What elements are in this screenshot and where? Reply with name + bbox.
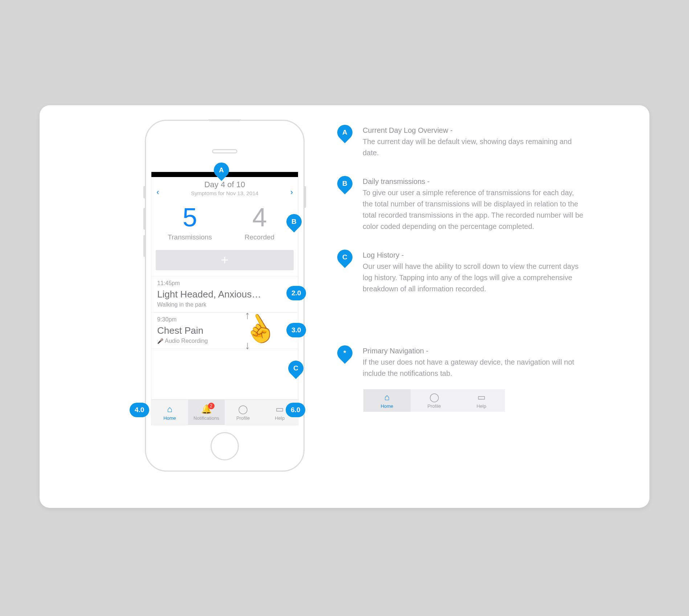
stat-value: 4	[225, 204, 294, 230]
legend-row-c: C Log History - Our user will have the a…	[337, 250, 584, 295]
side-button	[304, 186, 306, 208]
annotation-bubble-20: 2.0	[286, 286, 306, 300]
day-nav-row: ‹ Day 4 of 10 Symptoms for Nov 13, 2014 …	[151, 177, 298, 204]
tab-profile[interactable]: ◯ Profile	[411, 389, 458, 412]
tab-label: Profile	[236, 415, 250, 421]
help-icon: ▭	[276, 404, 284, 414]
tab-profile[interactable]: ◯ Profile	[225, 400, 261, 425]
legend-row-a: A Current Day Log Overview - The current…	[337, 125, 584, 159]
day-subtitle: Symptoms for Nov 13, 2014	[159, 190, 290, 196]
profile-icon: ◯	[429, 392, 439, 402]
legend-title: Daily transmissions -	[363, 177, 429, 185]
annotation-pin-c: C	[334, 246, 355, 268]
prev-day-button[interactable]: ‹	[156, 188, 159, 197]
side-button	[143, 235, 146, 257]
profile-icon: ◯	[238, 404, 248, 414]
phone-screen: ‹ Day 4 of 10 Symptoms for Nov 13, 2014 …	[151, 172, 298, 425]
annotation-legend: A Current Day Log Overview - The current…	[337, 125, 584, 412]
log-title: Chest Pain	[157, 325, 292, 336]
plus-icon: +	[221, 252, 228, 268]
log-sub: Audio Recording	[157, 338, 292, 344]
home-button[interactable]	[211, 432, 239, 460]
legend-body: If the user does not have a gateway devi…	[363, 358, 574, 377]
legend-body: To give our user a simple reference of t…	[363, 189, 583, 230]
annotation-pin-a: A	[334, 122, 355, 143]
log-title: Light Headed, Anxious…	[157, 289, 292, 300]
legend-title: Current Day Log Overview -	[363, 126, 453, 134]
add-log-button[interactable]: +	[156, 250, 294, 270]
tab-help[interactable]: ▭ Help	[458, 389, 505, 412]
tab-home[interactable]: ⌂ Home	[363, 389, 411, 412]
stat-label: Transmissions	[155, 233, 225, 241]
tab-label: Home	[163, 415, 176, 421]
log-item[interactable]: 11:45pm Light Headed, Anxious… Walking i…	[151, 276, 298, 313]
stat-label: Recorded	[225, 233, 294, 241]
tab-label: Home	[381, 403, 394, 409]
scroll-arrow-down-icon: ↓	[245, 339, 250, 352]
spec-canvas: ‹ Day 4 of 10 Symptoms for Nov 13, 2014 …	[40, 105, 649, 508]
log-time: 11:45pm	[157, 280, 292, 287]
annotation-bubble-30: 3.0	[286, 323, 306, 337]
tab-bar-alt: ⌂ Home ◯ Profile ▭ Help	[363, 389, 505, 412]
legend-row-b: B Daily transmissions - To give our user…	[337, 176, 584, 232]
legend-body: Our user will have the ability to scroll…	[363, 262, 579, 293]
legend-title: Primary Navigation -	[363, 347, 428, 355]
tab-notifications[interactable]: 🔔 2 Notifications	[188, 400, 225, 425]
annotation-pin-b: B	[334, 173, 355, 194]
log-item[interactable]: 9:30pm Chest Pain Audio Recording ›	[151, 313, 298, 349]
tab-label: Help	[477, 403, 486, 409]
notification-badge: 2	[208, 403, 215, 409]
log-time: 9:30pm	[157, 316, 292, 323]
legend-row-star: * Primary Navigation - If the user does …	[337, 345, 584, 379]
stat-value: 5	[155, 204, 225, 230]
annotation-bubble-60: 6.0	[286, 403, 305, 417]
home-icon: ⌂	[167, 404, 172, 414]
stats-row: 5 Transmissions 4 Recorded	[151, 204, 298, 250]
help-icon: ▭	[477, 392, 486, 402]
tab-bar: ⌂ Home 🔔 2 Notifications ◯ Profile ▭ Hel…	[151, 399, 298, 425]
log-list[interactable]: 11:45pm Light Headed, Anxious… Walking i…	[151, 276, 298, 399]
annotation-bubble-40: 4.0	[130, 403, 149, 417]
day-title: Day 4 of 10	[159, 180, 290, 189]
legend-title: Log History -	[363, 251, 404, 259]
tab-label: Profile	[428, 403, 441, 409]
scroll-arrow-up-icon: ↑	[245, 309, 250, 321]
stat-recorded: 4 Recorded	[225, 204, 294, 241]
tab-home[interactable]: ⌂ Home	[151, 400, 188, 425]
annotation-pin-star: *	[334, 342, 355, 364]
phone-speaker	[212, 149, 237, 153]
home-icon: ⌂	[384, 392, 390, 402]
tab-label: Help	[275, 415, 285, 421]
phone-notch	[208, 119, 241, 121]
stat-transmissions: 5 Transmissions	[155, 204, 225, 241]
legend-body: The current day will be default view, sh…	[363, 137, 572, 157]
side-button	[143, 208, 146, 230]
next-day-button[interactable]: ›	[290, 188, 293, 197]
log-sub: Walking in the park	[157, 301, 292, 308]
tab-label: Notifications	[193, 415, 219, 421]
side-button	[143, 186, 146, 198]
